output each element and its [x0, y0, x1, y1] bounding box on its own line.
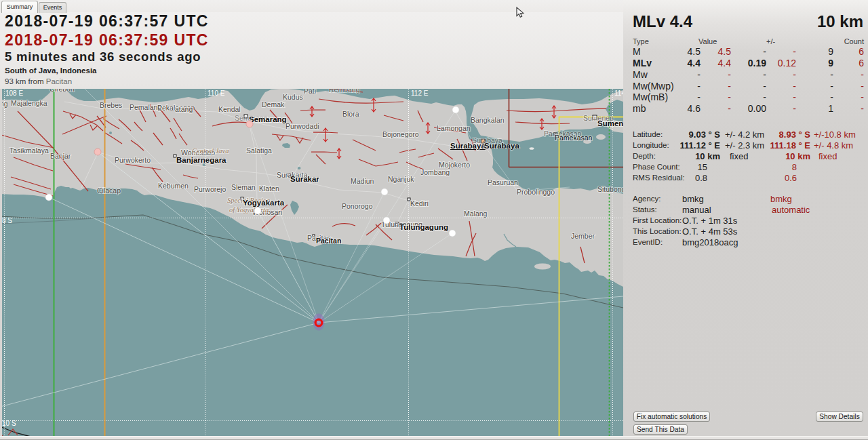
svg-text:Pati: Pati	[304, 89, 316, 95]
svg-text:Banjarnegara: Banjarnegara	[176, 156, 226, 164]
svg-text:Surakar: Surakar	[290, 175, 319, 183]
svg-text:Purworejo: Purworejo	[194, 185, 226, 193]
svg-text:Madiun: Madiun	[351, 177, 374, 185]
svg-text:Majalengka: Majalengka	[11, 99, 47, 107]
svg-text:Surabaya: Surabaya	[450, 142, 486, 150]
svg-text:Demak: Demak	[262, 100, 285, 108]
svg-text:Kediri: Kediri	[410, 199, 429, 207]
svg-text:Tulungagung: Tulungagung	[399, 223, 448, 231]
svg-text:Sleman: Sleman	[231, 183, 256, 191]
svg-text:Salatiga: Salatiga	[246, 146, 272, 155]
svg-text:Tasikmalaya: Tasikmalaya	[9, 146, 49, 155]
svg-text:Banjar: Banjar	[50, 152, 71, 160]
svg-text:Malang: Malang	[464, 209, 488, 218]
svg-text:Surabaya: Surabaya	[484, 142, 519, 150]
svg-text:8 S: 8 S	[2, 217, 12, 224]
svg-text:Blora: Blora	[342, 110, 359, 118]
svg-text:Klaten: Klaten	[259, 184, 279, 193]
svg-text:Yogyakarta: Yogyakarta	[243, 199, 285, 207]
svg-text:Bojonegoro: Bojonegoro	[382, 130, 419, 138]
svg-text:Purwodadi: Purwodadi	[285, 122, 319, 130]
svg-text:Bangkalan: Bangkalan	[471, 116, 505, 124]
svg-text:Brebes: Brebes	[100, 101, 122, 109]
svg-text:Pacitan: Pacitan	[316, 237, 341, 245]
svg-text:Cirebon: Cirebon	[50, 89, 75, 93]
svg-text:112 E: 112 E	[411, 89, 429, 97]
svg-text:Rembang: Rembang	[329, 89, 360, 94]
svg-text:Central Java: Central Java	[192, 147, 229, 155]
svg-text:Kebumen: Kebumen	[158, 182, 189, 190]
svg-text:of Yogyakarta: of Yogyakarta	[229, 206, 269, 214]
svg-text:114 E: 114 E	[614, 89, 623, 97]
svg-text:Jombang: Jombang	[420, 168, 450, 176]
svg-text:Ponorogo: Ponorogo	[342, 202, 373, 210]
svg-text:Nganjuk: Nganjuk	[388, 175, 414, 183]
svg-text:Kudus: Kudus	[283, 93, 303, 101]
svg-text:Purwokerto: Purwokerto	[115, 156, 151, 164]
svg-text:Lamongan: Lamongan	[437, 124, 471, 132]
svg-text:Cilacap: Cilacap	[97, 186, 121, 195]
svg-text:Kendal: Kendal	[218, 105, 241, 113]
svg-text:atang: atang	[175, 105, 193, 113]
svg-text:Situbondo: Situbondo	[597, 185, 623, 193]
svg-text:Jember: Jember	[571, 232, 595, 240]
svg-text:Pamekasan: Pamekasan	[555, 134, 593, 142]
svg-text:Probolinggo: Probolinggo	[517, 188, 555, 196]
svg-text:Sumene: Sumene	[597, 119, 623, 127]
svg-text:Pasuruan: Pasuruan	[488, 178, 518, 186]
svg-text:10 S: 10 S	[2, 420, 16, 427]
svg-text:Semarang: Semarang	[249, 115, 287, 123]
svg-text:110 E: 110 E	[208, 89, 225, 97]
svg-text:108 E: 108 E	[5, 89, 23, 97]
